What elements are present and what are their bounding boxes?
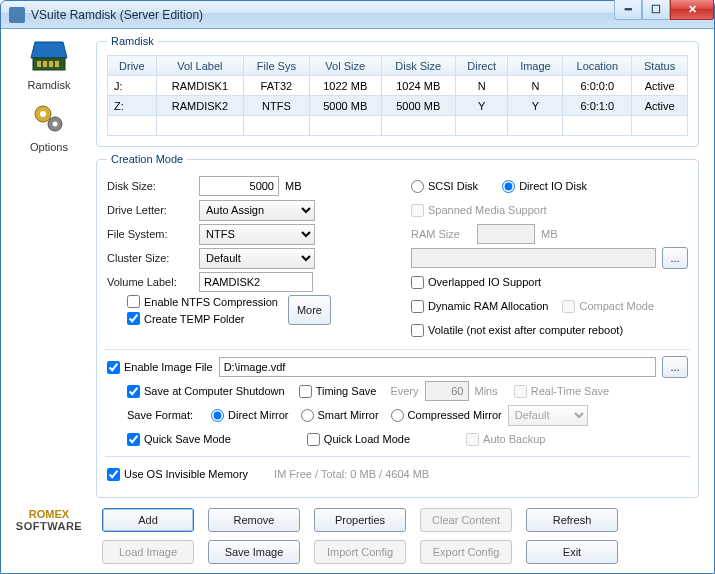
dynamic-ram-checkbox[interactable]: Dynamic RAM Allocation: [411, 300, 548, 313]
spanned-media-checkbox[interactable]: Spanned Media Support: [411, 204, 547, 217]
import-config-button[interactable]: Import Config: [314, 540, 406, 564]
sidebar-tab-label: Ramdisk: [12, 79, 86, 91]
col-vollabel[interactable]: Vol Label: [156, 56, 243, 76]
volume-label-input[interactable]: [199, 272, 313, 292]
location-browse-button[interactable]: ...: [662, 247, 688, 269]
timing-interval-input: [425, 381, 469, 401]
direct-io-disk-radio[interactable]: Direct IO Disk: [502, 180, 587, 193]
window-title: VSuite Ramdisk (Server Edition): [31, 8, 614, 22]
cluster-size-label: Cluster Size:: [107, 252, 193, 264]
enable-ntfs-compression-checkbox[interactable]: Enable NTFS Compression: [127, 295, 278, 308]
use-os-invisible-memory-checkbox[interactable]: Use OS Invisible Memory: [107, 468, 248, 481]
clear-content-button[interactable]: Clear Content: [420, 508, 512, 532]
remove-button[interactable]: Remove: [208, 508, 300, 532]
compressed-mirror-radio[interactable]: Compressed Mirror: [391, 409, 502, 422]
col-direct[interactable]: Direct: [455, 56, 508, 76]
mins-label: Mins: [475, 385, 498, 397]
load-image-button[interactable]: Load Image: [102, 540, 194, 564]
table-row[interactable]: Z: RAMDISK2 NTFS 5000 MB 5000 MB Y Y 6:0…: [108, 96, 688, 116]
im-free-total: IM Free / Total: 0 MB / 4604 MB: [274, 468, 429, 480]
quick-load-mode-checkbox[interactable]: Quick Load Mode: [307, 433, 410, 446]
image-file-path-input[interactable]: [219, 357, 656, 377]
svg-rect-2: [37, 61, 41, 67]
save-at-shutdown-checkbox[interactable]: Save at Computer Shutdown: [127, 385, 285, 398]
col-disksize[interactable]: Disk Size: [381, 56, 455, 76]
col-volsize[interactable]: Vol Size: [309, 56, 381, 76]
app-icon: [9, 7, 25, 23]
export-config-button[interactable]: Export Config: [420, 540, 512, 564]
volatile-checkbox[interactable]: Volatile (not exist after computer reboo…: [411, 324, 623, 337]
gears-icon: [27, 101, 71, 137]
drive-letter-label: Drive Letter:: [107, 204, 193, 216]
real-time-save-checkbox[interactable]: Real-Time Save: [514, 385, 609, 398]
sidebar-tab-options[interactable]: Options: [12, 101, 86, 153]
svg-point-7: [40, 111, 46, 117]
image-file-browse-button[interactable]: ...: [662, 356, 688, 378]
col-fs[interactable]: File Sys: [244, 56, 310, 76]
minimize-button[interactable]: ━: [614, 0, 642, 20]
overlapped-io-checkbox[interactable]: Overlapped IO Support: [411, 276, 541, 289]
titlebar[interactable]: VSuite Ramdisk (Server Edition) ━ ☐ ✕: [1, 1, 714, 29]
group-legend: Creation Mode: [107, 153, 187, 165]
enable-image-file-checkbox[interactable]: Enable Image File: [107, 361, 213, 374]
disk-size-unit: MB: [285, 180, 302, 192]
maximize-button[interactable]: ☐: [642, 0, 670, 20]
compression-level-select: Default: [508, 405, 588, 426]
auto-backup-checkbox[interactable]: Auto Backup: [466, 433, 545, 446]
group-legend: Ramdisk: [107, 35, 158, 47]
more-button[interactable]: More: [288, 295, 331, 325]
direct-mirror-radio[interactable]: Direct Mirror: [211, 409, 289, 422]
scsi-disk-radio[interactable]: SCSI Disk: [411, 180, 478, 193]
close-button[interactable]: ✕: [670, 0, 714, 20]
table-row[interactable]: [108, 116, 688, 136]
table-row[interactable]: J: RAMDISK1 FAT32 1022 MB 1024 MB N N 6:…: [108, 76, 688, 96]
location-input: [411, 248, 656, 268]
properties-button[interactable]: Properties: [314, 508, 406, 532]
col-status[interactable]: Status: [632, 56, 688, 76]
vendor-logo: ROMEX SOFTWARE: [9, 508, 89, 532]
drive-letter-select[interactable]: Auto Assign: [199, 200, 315, 221]
exit-button[interactable]: Exit: [526, 540, 618, 564]
svg-point-9: [53, 122, 58, 127]
compact-mode-checkbox[interactable]: Compact Mode: [562, 300, 654, 313]
smart-mirror-radio[interactable]: Smart Mirror: [301, 409, 379, 422]
timing-save-checkbox[interactable]: Timing Save: [299, 385, 377, 398]
save-format-label: Save Format:: [127, 409, 205, 421]
every-label: Every: [390, 385, 418, 397]
svg-rect-5: [55, 61, 59, 67]
sidebar-tab-ramdisk[interactable]: Ramdisk: [12, 39, 86, 91]
file-system-select[interactable]: NTFS: [199, 224, 315, 245]
svg-rect-4: [49, 61, 53, 67]
ram-size-label: RAM Size: [411, 228, 471, 240]
sidebar-tab-label: Options: [12, 141, 86, 153]
cluster-size-select[interactable]: Default: [199, 248, 315, 269]
add-button[interactable]: Add: [102, 508, 194, 532]
creation-mode-group: Creation Mode Disk Size: MB Drive Letter…: [96, 153, 699, 498]
create-temp-folder-checkbox[interactable]: Create TEMP Folder: [127, 312, 278, 325]
disk-size-label: Disk Size:: [107, 180, 193, 192]
ramdisk-icon: [27, 39, 71, 75]
svg-marker-0: [31, 42, 67, 58]
file-system-label: File System:: [107, 228, 193, 240]
col-drive[interactable]: Drive: [108, 56, 157, 76]
ramdisk-table[interactable]: Drive Vol Label File Sys Vol Size Disk S…: [107, 55, 688, 136]
col-image[interactable]: Image: [508, 56, 563, 76]
volume-label-label: Volume Label:: [107, 276, 193, 288]
quick-save-mode-checkbox[interactable]: Quick Save Mode: [127, 433, 231, 446]
col-location[interactable]: Location: [563, 56, 632, 76]
ram-size-unit: MB: [541, 228, 558, 240]
refresh-button[interactable]: Refresh: [526, 508, 618, 532]
svg-rect-3: [43, 61, 47, 67]
app-window: VSuite Ramdisk (Server Edition) ━ ☐ ✕ Ra…: [0, 0, 715, 574]
sidebar: Ramdisk Options ROMEX SOFTWARE: [2, 29, 96, 572]
disk-size-input[interactable]: [199, 176, 279, 196]
save-image-button[interactable]: Save Image: [208, 540, 300, 564]
ramdisk-list-group: Ramdisk Drive Vol Label File Sys Vol Siz…: [96, 35, 699, 147]
ram-size-input: [477, 224, 535, 244]
